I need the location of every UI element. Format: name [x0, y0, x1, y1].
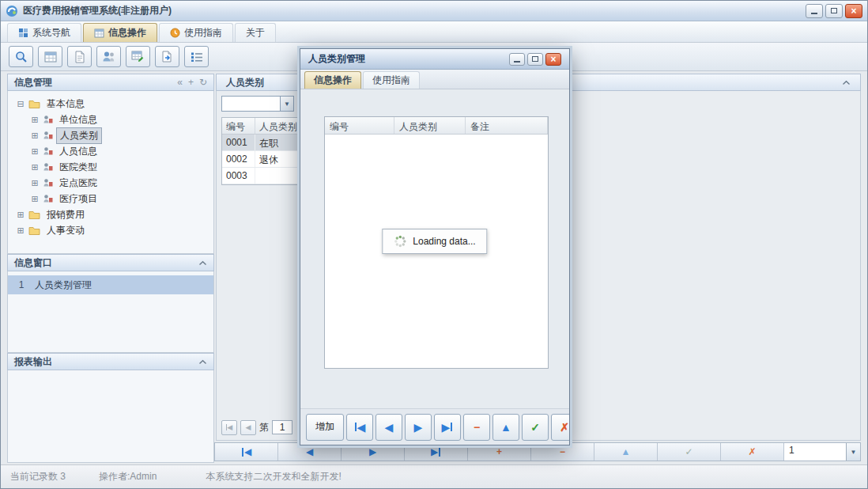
tree-node-personnel-change[interactable]: ⊞ 人事变动	[8, 222, 213, 238]
tab-user-guide[interactable]: 使用指南	[159, 23, 233, 42]
dialog-post-button[interactable]: ✓	[522, 414, 549, 441]
expand-node-icon[interactable]: ⊞	[30, 115, 40, 125]
close-button[interactable]: ×	[845, 4, 862, 18]
tree-node-medical-project[interactable]: ⊞ 医疗项目	[8, 191, 213, 207]
status-message: 本系统支持二次开发和全新开发!	[206, 470, 341, 483]
dialog-last-button[interactable]: ▶	[434, 414, 461, 441]
expand-node-icon[interactable]: ⊞	[16, 210, 25, 220]
nav-edit-button[interactable]: ▲	[594, 443, 658, 461]
tree-node-hospital-type[interactable]: ⊞ 医院类型	[8, 159, 213, 175]
users-button[interactable]	[96, 46, 121, 67]
tree-node-reimburse-fee[interactable]: ⊞ 报销费用	[8, 207, 213, 222]
tab-about[interactable]: 关于	[235, 23, 276, 42]
person-type-panel-title: 人员类别	[226, 76, 264, 89]
expand-node-icon[interactable]: ⊞	[30, 194, 40, 204]
nav-first-button[interactable]: ◀	[215, 443, 278, 461]
first-icon: ◀	[244, 446, 251, 457]
tree-node-label: 基本信息	[43, 97, 88, 112]
add-icon[interactable]: +	[188, 78, 194, 87]
combo-dropdown-icon[interactable]: ▼	[280, 97, 293, 111]
add-button[interactable]: 增加	[306, 414, 344, 441]
nav-next-button[interactable]: ▶	[342, 443, 405, 461]
tree-node-label-selected: 人员类别	[56, 127, 102, 144]
dialog-tab-user-guide[interactable]: 使用指南	[363, 71, 420, 89]
dialog-first-button[interactable]: ◀	[346, 414, 373, 441]
expand-node-icon[interactable]: ⊞	[16, 226, 25, 236]
column-header-id[interactable]: 编号	[222, 118, 255, 134]
pager-page-input[interactable]: 1	[272, 420, 292, 434]
tree-node-person-type[interactable]: ⊞ 人员类别	[8, 127, 213, 143]
info-management-header: 信息管理 « + ↻	[7, 74, 214, 91]
main-tabbar: 系统导航 信息操作 使用指南 关于	[1, 21, 867, 43]
dialog-close-button[interactable]: ×	[545, 53, 561, 66]
nav-post-button[interactable]: ✓	[658, 443, 721, 461]
folder-icon	[28, 99, 40, 108]
tab-system-navigation[interactable]: 系统导航	[7, 23, 81, 42]
column-header-id[interactable]: 编号	[325, 117, 394, 134]
expand-node-icon[interactable]: ⊞	[30, 131, 40, 141]
nav-page-combo[interactable]: 1 ▼	[784, 443, 860, 461]
dialog-edit-button[interactable]: ▲	[492, 414, 519, 441]
chevron-up-icon[interactable]	[842, 80, 851, 85]
list-button[interactable]	[184, 46, 209, 67]
restore-icon	[831, 8, 837, 13]
nav-cancel-button[interactable]: ✗	[721, 443, 784, 461]
tree-node-basic-info[interactable]: ⊟ 基本信息	[8, 96, 213, 112]
tab-info-operation[interactable]: 信息操作	[83, 23, 157, 42]
dialog-prev-button[interactable]: ◀	[376, 414, 402, 441]
pager-first-button[interactable]: ◀	[221, 420, 237, 435]
prev-icon: ◀	[385, 421, 394, 434]
column-header-type[interactable]: 人员类别	[394, 117, 466, 134]
tree-node-label: 人事变动	[43, 223, 88, 238]
export-button[interactable]	[155, 46, 179, 67]
report-output-body	[7, 370, 214, 463]
nav-delete-button[interactable]: −	[531, 443, 594, 461]
dialog-tab-info-operation[interactable]: 信息操作	[304, 71, 361, 89]
table-edit-button[interactable]	[126, 46, 150, 67]
tree-node-person-info[interactable]: ⊞ 人员信息	[8, 143, 213, 159]
nav-prev-button[interactable]: ◀	[278, 443, 342, 461]
column-header-remark[interactable]: 备注	[466, 117, 548, 134]
dialog-maximize-button[interactable]	[527, 53, 543, 66]
chevron-up-icon[interactable]	[198, 359, 207, 365]
tree-node-designated-hospital[interactable]: ⊞ 定点医院	[8, 175, 213, 191]
info-window-title: 信息窗口	[14, 256, 52, 270]
restore-button[interactable]	[825, 4, 843, 18]
expand-node-icon[interactable]: ⊞	[30, 146, 40, 157]
collapse-node-icon[interactable]: ⊟	[16, 99, 25, 109]
tree-node-unit-info[interactable]: ⊞ 单位信息	[8, 112, 213, 127]
info-window-list: 1 人员类别管理	[7, 271, 214, 353]
person-type-filter-combo[interactable]: ▼	[221, 96, 294, 112]
dialog-grid-header: 编号 人员类别 备注	[325, 117, 548, 135]
new-document-button[interactable]	[67, 46, 92, 67]
minimize-button[interactable]	[806, 4, 823, 18]
dialog-minimize-button[interactable]	[509, 53, 525, 66]
nav-combo-dropdown-icon[interactable]: ▼	[846, 443, 860, 461]
search-button[interactable]	[9, 46, 33, 67]
window-item-label: 人员类别管理	[35, 279, 92, 292]
first-icon: ◀	[357, 421, 366, 434]
export-icon	[161, 51, 174, 63]
cell-id: 0001	[222, 135, 255, 150]
window-list-item[interactable]: 1 人员类别管理	[8, 275, 213, 294]
info-management-tree: ⊟ 基本信息 ⊞ 单位信息 ⊞	[7, 91, 214, 254]
info-window-header: 信息窗口	[7, 254, 214, 271]
table-button[interactable]	[38, 46, 62, 67]
report-output-title: 报表输出	[14, 355, 52, 369]
collapse-panel-icon[interactable]: «	[177, 78, 183, 87]
pager-prev-button[interactable]: ◀	[240, 420, 256, 435]
expand-node-icon[interactable]: ⊞	[30, 178, 40, 188]
record-icon	[43, 194, 53, 203]
cell-id: 0003	[222, 168, 255, 184]
dialog-delete-button[interactable]: −	[463, 414, 490, 441]
dialog-next-button[interactable]: ▶	[405, 414, 432, 441]
refresh-icon[interactable]: ↻	[199, 78, 207, 87]
dialog-cancel-button[interactable]: ✗	[551, 414, 569, 441]
window-title: 医疗费用报销管理系统(非注册用户)	[23, 4, 172, 17]
nav-insert-button[interactable]: +	[468, 443, 531, 461]
tree-node-label: 医院类型	[56, 160, 100, 175]
expand-node-icon[interactable]: ⊞	[30, 162, 40, 172]
nav-last-button[interactable]: ▶	[405, 443, 468, 461]
chevron-up-icon[interactable]	[198, 260, 207, 266]
table-icon	[44, 51, 57, 63]
